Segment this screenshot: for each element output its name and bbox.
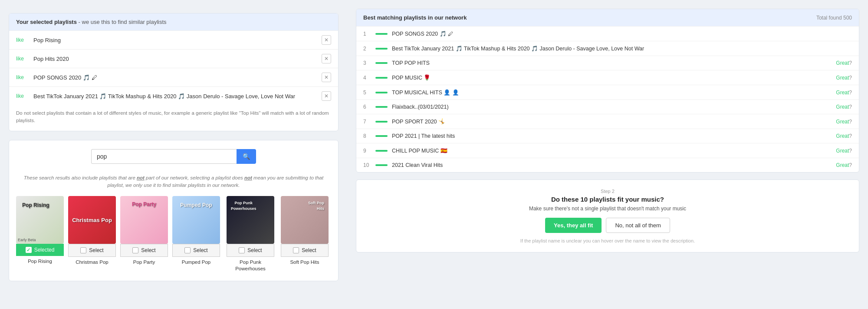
checkbox-6 [293,247,299,253]
question-mark-8: ? [849,133,852,139]
result-name-4: POP MUSIC 🌹 [392,74,832,81]
result-row-4: 4 POP MUSIC 🌹 Great? [356,70,859,85]
great-link-5[interactable]: Great? [836,90,852,96]
card-image-6: Soft PopHits [281,196,329,244]
remove-btn-2[interactable]: ✕ [322,54,331,63]
remove-btn-1[interactable]: ✕ [322,35,331,45]
result-name-1: POP SONGS 2020 🎵 🖊 [392,30,852,37]
remove-btn-3[interactable]: ✕ [322,73,331,82]
great-link-10[interactable]: Great? [836,162,852,168]
like-label-4: like [16,93,28,99]
checkbox-4 [184,247,191,253]
question-mark-9: ? [849,148,852,154]
select-label-2: Select [89,247,103,253]
result-name-8: POP 2021 | The latest hits [392,133,832,139]
search-button[interactable]: 🔍 [237,149,256,164]
result-row-10: 10 2021 Clean Viral Hits Great? [356,158,859,172]
select-btn-5[interactable]: Select [227,244,274,257]
result-name-6: Flaixback..(03/01/2021) [392,104,832,110]
question-mark-4: ? [849,75,852,81]
playlist-row-1: like Pop Rising ✕ [9,30,338,49]
card-title-2: Christmas Pop [76,259,108,266]
select-label-6: Select [302,247,316,253]
green-bar-9 [375,150,388,152]
card-cover-text-4: Pumped Pop [178,199,214,211]
header-bold: Your selected playlists [16,19,77,25]
search-input[interactable] [91,149,237,164]
green-bar-7 [375,121,388,123]
select-label-1: Selected [34,247,55,253]
result-name-9: CHILL POP MUSIC 🇪🇸 [392,147,832,154]
checkbox-2 [80,247,86,253]
search-icon: 🔍 [243,153,250,160]
question-mark-3: ? [849,60,852,66]
great-link-3[interactable]: Great? [836,60,852,66]
result-row-6: 6 Flaixback..(03/01/2021) Great? [356,100,859,114]
selected-playlists-header: Your selected playlists - we use this to… [9,13,338,30]
playlist-name-1: Pop Rising [33,37,316,43]
card-cover-text-2: Christmas Pop [68,214,116,226]
checkbox-3 [132,247,138,253]
card-title-5: Pop Punk Powerhouses [224,259,276,272]
result-number-5: 5 [363,90,371,96]
result-number-9: 9 [363,148,371,154]
selected-playlists-box: Your selected playlists - we use this to… [9,13,339,131]
question-mark-10: ? [849,162,852,168]
like-label-1: like [16,37,28,43]
great-link-4[interactable]: Great? [836,75,852,81]
result-row-8: 8 POP 2021 | The latest hits Great? [356,129,859,143]
green-bar-10 [375,164,388,166]
playlist-name-2: Pop Hits 2020 [33,56,316,62]
playlist-name-4: Best TikTok January 2021 🎵 TikTok Mashup… [33,93,316,100]
great-link-8[interactable]: Great? [836,133,852,139]
step2-sub: Make sure there's not a single playlist … [363,206,852,212]
great-link-6[interactable]: Great? [836,104,852,110]
question-mark-6: ? [849,104,852,110]
card-title-1: Pop Rising [28,258,52,265]
like-label-3: like [16,74,28,80]
search-section: 🔍 These search results also include play… [9,140,339,281]
right-panel: Best matching playlists in our network T… [347,0,868,309]
playlist-card-6: Soft PopHits Select Soft Pop Hits [281,196,329,272]
select-btn-6[interactable]: Select [281,244,329,257]
select-btn-3[interactable]: Select [120,244,168,257]
result-row-9: 9 CHILL POP MUSIC 🇪🇸 Great? [356,143,859,158]
yes-all-fit-button[interactable]: Yes, they all fit [545,218,602,233]
green-bar-3 [375,62,388,64]
card-cover-text-5: Pop PunkPowerhouses [228,198,259,214]
remove-btn-4[interactable]: ✕ [322,91,331,101]
select-btn-4[interactable]: Select [172,244,220,257]
result-name-3: TOP POP HITS [392,60,832,66]
card-bottom-label-1: Early Beta [18,238,36,242]
card-cover-text-6: Soft PopHits [306,198,327,214]
card-image-1: Pop Rising Early Beta [16,196,64,244]
playlist-row-2: like Pop Hits 2020 ✕ [9,49,338,68]
total-found: Total found 500 [816,15,852,21]
step2-box: Step 2 Do these 10 playlists fit your mu… [356,179,859,253]
playlist-card-3: Pop Party Select Pop Party [120,196,168,272]
header-rest: - we use this to find similar playlists [77,19,167,25]
step2-hint: If the playlist name is unclear you can … [363,238,852,243]
checkmark-1: ✓ [26,247,30,253]
great-link-7[interactable]: Great? [836,119,852,125]
card-title-6: Soft Pop Hits [290,259,319,266]
card-image-4: Pumped Pop [172,196,220,244]
result-number-8: 8 [363,133,371,139]
select-btn-1[interactable]: ✓ Selected [16,244,64,256]
result-name-2: Best TikTok January 2021 🎵 TikTok Mashup… [392,45,852,52]
like-label-2: like [16,56,28,62]
result-row-2: 2 Best TikTok January 2021 🎵 TikTok Mash… [356,41,859,56]
result-name-7: POP SPORT 2020 🤸 [392,118,832,125]
playlist-name-3: POP SONGS 2020 🎵 🖊 [33,74,316,81]
select-btn-2[interactable]: Select [68,244,116,257]
green-bar-2 [375,48,388,50]
question-mark-7: ? [849,119,852,125]
search-note: These search results also include playli… [16,174,331,189]
select-label-4: Select [193,247,207,253]
playlist-cards: Pop Rising Early Beta ✓ Selected Pop Ris… [16,196,331,272]
result-number-6: 6 [363,104,371,110]
no-not-all-button[interactable]: No, not all of them [606,218,670,233]
result-row-1: 1 POP SONGS 2020 🎵 🖊 [356,26,859,41]
great-link-9[interactable]: Great? [836,148,852,154]
green-bar-6 [375,106,388,108]
